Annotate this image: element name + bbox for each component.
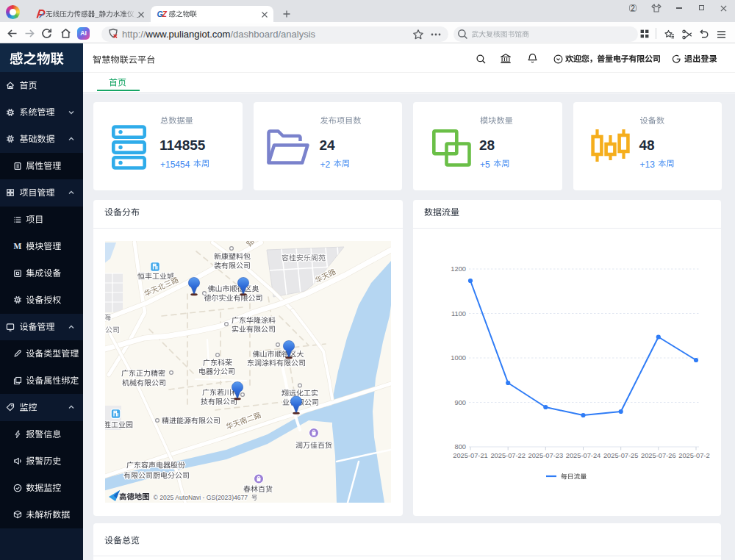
svg-text:1100: 1100 bbox=[451, 310, 466, 317]
svg-text:2025-07-25: 2025-07-25 bbox=[603, 452, 639, 459]
svg-text:© 2025 AutoNavi - GS(2023)4677: © 2025 AutoNavi - GS(2023)4677 bbox=[154, 494, 248, 501]
svg-text:M: M bbox=[13, 242, 21, 251]
svg-text:1200: 1200 bbox=[451, 265, 466, 273]
svg-text:2025-07-22: 2025-07-22 bbox=[490, 452, 526, 459]
svg-text:2025-07-21: 2025-07-21 bbox=[453, 452, 488, 459]
svg-text:2025-07-27: 2025-07-27 bbox=[678, 452, 710, 459]
svg-text:2025-07-23: 2025-07-23 bbox=[528, 452, 564, 459]
svg-text:1000: 1000 bbox=[451, 354, 466, 362]
svg-text:2025-07-26: 2025-07-26 bbox=[641, 452, 676, 459]
svg-text:900: 900 bbox=[454, 399, 466, 406]
svg-text:2025-07-24: 2025-07-24 bbox=[566, 452, 601, 459]
svg-text:800: 800 bbox=[454, 443, 466, 450]
